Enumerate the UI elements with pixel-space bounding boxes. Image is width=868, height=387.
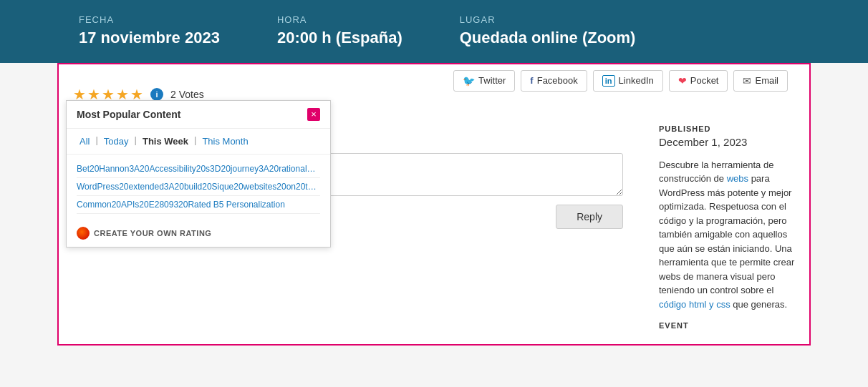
popup-link-3[interactable]: Common20APIs20E2809320Rated B5 Personali… bbox=[77, 196, 320, 214]
popup-header: Most Popular Content × bbox=[67, 101, 330, 129]
twitter-icon: 🐦 bbox=[463, 75, 475, 87]
top-bar: FECHA 17 noviembre 2023 HORA 20:00 h (Es… bbox=[0, 0, 868, 63]
main-content: ★ ★ ★ ★ ★ i 2 Votes 🐦 Twitter f Facebook… bbox=[57, 63, 811, 346]
popup-footer: CREATE YOUR OWN RATING bbox=[67, 220, 330, 247]
email-button[interactable]: ✉ Email bbox=[733, 70, 788, 92]
pocket-button[interactable]: ❤ Pocket bbox=[669, 70, 728, 92]
lugar-item: LUGAR Quedada online (Zoom) bbox=[460, 14, 636, 49]
published-label: PUBLISHED bbox=[659, 124, 795, 133]
fecha-label: FECHA bbox=[79, 14, 220, 25]
rating-icon bbox=[77, 227, 90, 240]
fecha-value: 17 noviembre 2023 bbox=[79, 28, 220, 49]
right-sidebar: PUBLISHED December 1, 2023 Descubre la h… bbox=[652, 110, 809, 345]
tab-this-month[interactable]: This Month bbox=[199, 134, 251, 148]
most-popular-popup: Most Popular Content × All | Today | Thi… bbox=[66, 100, 331, 248]
webs-link[interactable]: webs bbox=[727, 173, 748, 184]
hora-value: 20:00 h (España) bbox=[277, 28, 402, 49]
linkedin-button[interactable]: in LinkedIn bbox=[593, 70, 663, 92]
facebook-label: Facebook bbox=[537, 75, 578, 86]
popup-close-button[interactable]: × bbox=[307, 108, 320, 121]
create-rating-link[interactable]: CREATE YOUR OWN RATING bbox=[94, 229, 211, 237]
event-label: EVENT bbox=[659, 321, 795, 330]
linkedin-label: LinkedIn bbox=[619, 75, 654, 86]
tab-all[interactable]: All bbox=[77, 134, 92, 148]
votes-count: 2 Votes bbox=[170, 89, 204, 100]
fecha-item: FECHA 17 noviembre 2023 bbox=[79, 14, 220, 49]
facebook-button[interactable]: f Facebook bbox=[521, 70, 587, 92]
popup-title: Most Popular Content bbox=[77, 109, 180, 120]
lugar-value: Quedada online (Zoom) bbox=[460, 28, 636, 49]
tab-today[interactable]: Today bbox=[101, 134, 132, 148]
reply-button[interactable]: Reply bbox=[556, 205, 623, 229]
twitter-label: Twitter bbox=[478, 75, 506, 86]
popup-link-2[interactable]: WordPress20extended3A20build20Sique20web… bbox=[77, 178, 320, 196]
sidebar-description: Descubre la herramienta de construcción … bbox=[659, 158, 795, 312]
facebook-icon: f bbox=[530, 75, 533, 86]
pocket-label: Pocket bbox=[690, 75, 719, 86]
social-bar: 🐦 Twitter f Facebook in LinkedIn ❤ Pocke… bbox=[439, 70, 802, 99]
email-icon: ✉ bbox=[743, 75, 751, 87]
hora-item: HORA 20:00 h (España) bbox=[277, 14, 402, 49]
popup-overlay: Most Popular Content × All | Today | Thi… bbox=[66, 100, 331, 248]
popup-links: Bet20Hannon3A20Accessibility20s3D20journ… bbox=[67, 155, 330, 220]
hora-label: HORA bbox=[277, 14, 402, 25]
email-label: Email bbox=[755, 75, 778, 86]
published-date: December 1, 2023 bbox=[659, 136, 795, 148]
codigo-link[interactable]: código html y css bbox=[659, 299, 730, 310]
linkedin-icon: in bbox=[602, 75, 615, 87]
tab-this-week[interactable]: This Week bbox=[140, 134, 191, 148]
info-icon[interactable]: i bbox=[150, 88, 163, 101]
popup-tabs: All | Today | This Week | This Month bbox=[67, 129, 330, 155]
popup-link-1[interactable]: Bet20Hannon3A20Accessibility20s3D20journ… bbox=[77, 160, 320, 178]
twitter-button[interactable]: 🐦 Twitter bbox=[453, 70, 515, 92]
lugar-label: LUGAR bbox=[460, 14, 636, 25]
pocket-icon: ❤ bbox=[678, 75, 687, 87]
